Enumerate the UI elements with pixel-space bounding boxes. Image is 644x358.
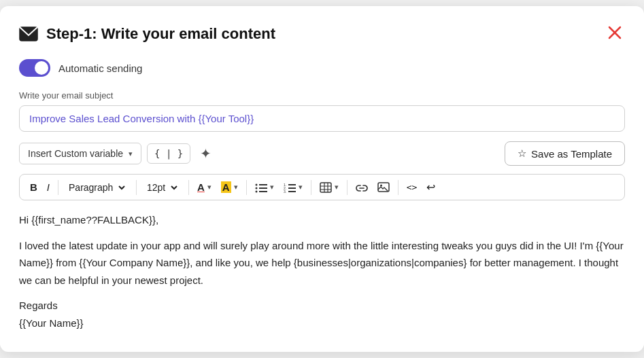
code-button[interactable]: <>: [403, 180, 421, 194]
svg-point-5: [255, 190, 257, 192]
modal-title: Step-1: Write your email content: [46, 25, 275, 43]
link-button[interactable]: [352, 181, 371, 194]
numbered-list-button[interactable]: 1. 2. 3. ▾: [280, 180, 306, 195]
regards-line: Regards: [19, 300, 58, 311]
font-size-select[interactable]: 12pt 10pt 14pt 16pt: [141, 180, 180, 195]
numbered-list-icon: 1. 2. 3.: [284, 182, 296, 193]
auto-send-toggle[interactable]: [19, 59, 50, 77]
subject-input[interactable]: [19, 105, 625, 132]
image-button[interactable]: [374, 180, 393, 194]
table-chevron: ▾: [335, 183, 339, 192]
font-color-chevron: ▾: [207, 183, 211, 192]
greeting-line: Hi {{first_name??FALLBACK}},: [19, 211, 625, 229]
modal-header: Step-1: Write your email content: [19, 22, 625, 46]
save-template-button[interactable]: ☆ Save as Template: [505, 141, 625, 166]
subject-label: Write your email subject: [19, 90, 625, 101]
formatting-bar: B I Paragraph Heading 1 Heading 2 12pt 1…: [19, 174, 625, 200]
highlight-chevron: ▾: [234, 183, 238, 192]
body-paragraph: I loved the latest update in your app an…: [19, 237, 625, 289]
svg-point-3: [255, 183, 257, 185]
bullet-chevron: ▾: [270, 183, 274, 192]
insert-variable-label: Insert Custom variable: [28, 148, 123, 159]
code-icon: <>: [407, 182, 418, 192]
save-template-label: Save as Template: [531, 148, 612, 160]
paragraph-select[interactable]: Paragraph Heading 1 Heading 2: [63, 180, 127, 195]
svg-rect-15: [320, 183, 331, 192]
link-icon: [356, 183, 368, 192]
svg-point-4: [255, 187, 257, 189]
divider-1: [58, 180, 58, 195]
curly-braces-button[interactable]: { | }: [147, 143, 190, 164]
name-line: {{Your Name}}: [19, 317, 84, 329]
bullet-list-button[interactable]: ▾: [252, 180, 277, 195]
divider-4: [246, 180, 247, 195]
numbered-chevron: ▾: [299, 183, 303, 192]
bold-button[interactable]: B: [27, 179, 41, 195]
email-compose-modal: Step-1: Write your email content Automat…: [0, 6, 644, 352]
close-icon: [607, 25, 622, 40]
modal-title-row: Step-1: Write your email content: [19, 25, 275, 43]
magic-icon: ✦: [200, 146, 211, 161]
star-icon: ☆: [518, 147, 526, 160]
divider-2: [136, 180, 137, 195]
magic-button[interactable]: ✦: [196, 143, 216, 164]
highlight-icon: A: [221, 181, 231, 193]
close-button[interactable]: [605, 22, 625, 46]
divider-7: [398, 180, 399, 195]
chevron-down-icon: ▾: [129, 149, 133, 158]
insert-variable-button[interactable]: Insert Custom variable ▾: [19, 143, 141, 164]
italic-button[interactable]: I: [44, 179, 53, 195]
sign-off: Regards {{Your Name}}: [19, 297, 625, 332]
bullet-list-icon: [255, 182, 267, 193]
mail-icon: [19, 26, 38, 41]
image-icon: [377, 182, 390, 192]
divider-6: [347, 180, 348, 195]
toggle-row: Automatic sending: [19, 59, 625, 77]
email-body: Hi {{first_name??FALLBACK}}, I loved the…: [19, 210, 625, 333]
highlight-button[interactable]: A ▾: [218, 179, 241, 195]
table-icon: [320, 182, 332, 193]
toolbar-row: Insert Custom variable ▾ { | } ✦ ☆ Save …: [19, 141, 625, 166]
svg-text:3.: 3.: [284, 190, 286, 193]
table-button[interactable]: ▾: [316, 180, 342, 195]
undo-icon: ↩: [426, 181, 435, 194]
toggle-label: Automatic sending: [58, 62, 142, 74]
divider-5: [311, 180, 311, 195]
font-color-icon: A: [197, 181, 205, 193]
svg-point-21: [380, 185, 382, 187]
font-color-button[interactable]: A ▾: [194, 179, 215, 195]
undo-button[interactable]: ↩: [423, 179, 439, 196]
curly-braces-label: { | }: [154, 148, 183, 159]
divider-3: [188, 180, 189, 195]
toolbar-left: Insert Custom variable ▾ { | } ✦: [19, 143, 216, 164]
